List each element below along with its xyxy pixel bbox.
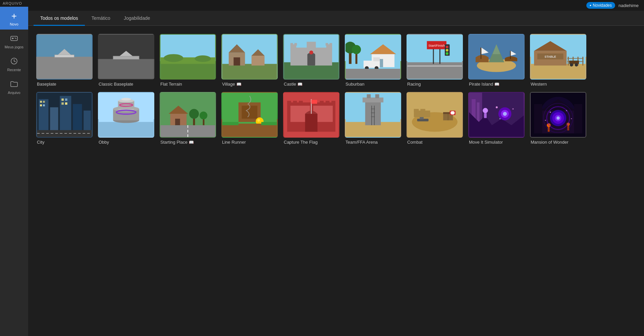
template-card-pirate-island[interactable]: Pirate Island📖	[468, 34, 525, 87]
template-card-capture-the-flag[interactable]: Capture The Flag	[283, 92, 339, 145]
svg-rect-102	[37, 130, 92, 137]
svg-point-205	[571, 118, 572, 119]
template-card-baseplate[interactable]: Baseplate	[36, 34, 93, 87]
svg-rect-44	[356, 52, 358, 64]
svg-rect-94	[40, 101, 42, 103]
template-thumb-city	[36, 92, 93, 138]
template-thumb-flat-terrain	[160, 34, 216, 80]
svg-rect-101	[65, 102, 67, 105]
template-label-text-suburban: Suburban	[345, 82, 364, 87]
template-label-castle: Castle📖	[283, 82, 339, 87]
svg-rect-148	[365, 99, 381, 125]
svg-point-112	[121, 98, 131, 101]
svg-point-129	[257, 119, 260, 122]
template-card-city[interactable]: City	[36, 92, 93, 145]
template-label-starting-place: Starting Place📖	[160, 140, 216, 145]
svg-point-62	[446, 49, 448, 52]
svg-rect-26	[252, 56, 265, 65]
sidebar-item-arquivo[interactable]: Arquivo	[0, 75, 28, 98]
template-card-mansion[interactable]: Mansion of Wonder	[530, 92, 586, 145]
sidebar-item-recente[interactable]: Recente	[0, 52, 28, 75]
template-card-classic-baseplate[interactable]: Classic Baseplate	[98, 34, 154, 87]
svg-rect-168	[414, 110, 430, 117]
svg-point-182	[513, 108, 514, 110]
template-card-western[interactable]: STABLE Western	[530, 34, 586, 87]
svg-rect-142	[299, 101, 303, 104]
main-content: ● Novidades nadiehime Todos os modelos T…	[28, 0, 644, 336]
template-label-text-capture-the-flag: Capture The Flag	[284, 140, 318, 145]
sidebar-item-meus-jogos[interactable]: Meus jogos	[0, 30, 28, 52]
svg-rect-150	[367, 94, 371, 98]
svg-rect-50	[373, 57, 380, 61]
template-label-obby: Obby	[98, 140, 154, 145]
user-label: nadiehime	[619, 3, 639, 8]
svg-rect-144	[326, 101, 330, 104]
svg-point-4	[15, 38, 16, 39]
sidebar-item-new-label: Novo	[10, 22, 18, 26]
template-card-move-it[interactable]: Move It Simulator	[468, 92, 525, 145]
template-card-line-runner[interactable]: Line Runner	[221, 92, 278, 145]
novidades-badge[interactable]: ● Novidades	[586, 2, 615, 9]
template-grid-area: Baseplate Classic Baseplate Flat Terrain…	[28, 26, 644, 336]
template-label-western: Western	[530, 82, 586, 87]
template-label-text-classic-baseplate: Classic Baseplate	[99, 82, 133, 87]
svg-rect-131	[222, 122, 238, 125]
sidebar-item-meus-jogos-label: Meus jogos	[5, 45, 23, 49]
top-header: ● Novidades nadiehime	[28, 0, 644, 11]
template-card-village[interactable]: Village📖	[221, 34, 278, 87]
novidades-dot: ●	[590, 4, 591, 7]
template-label-text-combat: Combat	[407, 140, 423, 145]
template-card-flat-terrain[interactable]: Flat Terrain	[160, 34, 216, 87]
svg-line-7	[14, 61, 15, 62]
svg-rect-100	[61, 102, 64, 105]
template-label-text-baseplate: Baseplate	[37, 82, 56, 87]
template-thumb-suburban	[345, 34, 401, 80]
tab-jogabilidade[interactable]: Jogabilidade	[117, 11, 157, 26]
template-label-capture-the-flag: Capture The Flag	[283, 140, 339, 145]
template-label-text-western: Western	[531, 82, 547, 87]
svg-point-120	[189, 109, 199, 119]
template-label-village: Village📖	[221, 82, 278, 87]
template-label-pirate-island: Pirate Island📖	[468, 82, 525, 87]
template-label-text-flat-terrain: Flat Terrain	[160, 82, 182, 87]
svg-rect-98	[61, 98, 64, 101]
svg-rect-137	[305, 114, 318, 132]
svg-rect-85	[569, 61, 579, 64]
svg-rect-9	[37, 57, 92, 79]
template-card-racing[interactable]: Start/Finish Racing	[407, 34, 463, 87]
svg-rect-13	[99, 59, 153, 79]
template-label-racing: Racing	[407, 82, 463, 87]
template-thumb-classic-baseplate	[98, 34, 154, 80]
template-label-move-it: Move It Simulator	[468, 140, 525, 145]
sidebar-item-arquivo-label: Arquivo	[8, 91, 20, 95]
svg-point-202	[550, 111, 551, 113]
svg-rect-169	[414, 109, 419, 112]
svg-point-176	[483, 108, 488, 113]
svg-point-203	[566, 110, 567, 111]
template-grid: Baseplate Classic Baseplate Flat Terrain…	[36, 34, 636, 145]
template-label-text-racing: Racing	[407, 82, 421, 87]
svg-rect-35	[294, 43, 297, 46]
tab-tematico[interactable]: Temático	[85, 11, 117, 26]
template-card-combat[interactable]: Combat	[407, 92, 463, 145]
svg-rect-105	[99, 122, 153, 137]
svg-rect-145	[331, 101, 335, 104]
template-thumb-starting-place	[160, 92, 216, 138]
svg-rect-34	[290, 43, 293, 46]
template-card-starting-place[interactable]: Starting Place📖	[160, 92, 216, 145]
template-card-team-ffa[interactable]: Team/FFA Arena	[345, 92, 401, 145]
svg-rect-165	[451, 112, 455, 114]
svg-rect-96	[40, 104, 42, 106]
template-card-suburban[interactable]: Suburban	[345, 34, 401, 87]
svg-point-86	[570, 63, 573, 66]
template-card-obby[interactable]: Obby	[98, 92, 154, 145]
template-label-city: City	[36, 140, 93, 145]
template-card-castle[interactable]: Castle📖	[283, 34, 339, 87]
sidebar-item-new[interactable]: + Novo	[0, 7, 28, 30]
svg-point-40	[309, 51, 313, 55]
tab-todos-modelos[interactable]: Todos os modelos	[34, 11, 85, 26]
template-thumb-mansion	[530, 92, 586, 138]
template-label-flat-terrain: Flat Terrain	[160, 82, 216, 87]
template-thumb-pirate-island	[468, 34, 525, 80]
template-thumb-capture-the-flag	[283, 92, 339, 138]
